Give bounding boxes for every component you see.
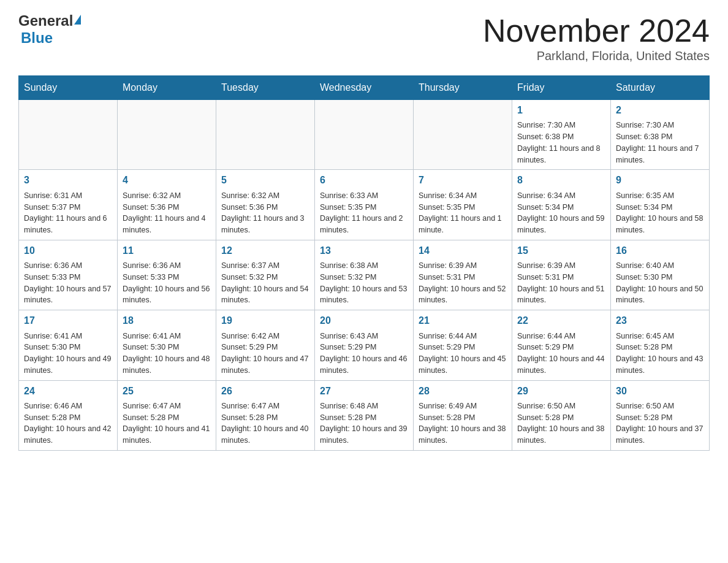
day-cell: 13Sunrise: 6:38 AM Sunset: 5:32 PM Dayli… (315, 240, 414, 310)
day-info: Sunrise: 6:36 AM Sunset: 5:33 PM Dayligh… (24, 260, 112, 306)
day-number: 18 (123, 314, 211, 327)
day-info: Sunrise: 6:43 AM Sunset: 5:29 PM Dayligh… (320, 331, 408, 377)
day-number: 10 (24, 244, 112, 258)
day-cell: 22Sunrise: 6:44 AM Sunset: 5:29 PM Dayli… (512, 310, 611, 380)
day-cell: 21Sunrise: 6:44 AM Sunset: 5:29 PM Dayli… (414, 310, 512, 380)
logo-triangle-icon (74, 15, 81, 25)
day-number: 6 (320, 174, 408, 187)
day-cell: 16Sunrise: 6:40 AM Sunset: 5:30 PM Dayli… (611, 240, 710, 310)
day-number: 2 (616, 104, 704, 117)
day-info: Sunrise: 6:44 AM Sunset: 5:29 PM Dayligh… (517, 331, 605, 377)
day-number: 27 (320, 385, 408, 398)
day-info: Sunrise: 6:39 AM Sunset: 5:31 PM Dayligh… (517, 260, 605, 306)
week-row-3: 10Sunrise: 6:36 AM Sunset: 5:33 PM Dayli… (19, 240, 710, 310)
day-number: 26 (221, 385, 309, 398)
day-cell: 3Sunrise: 6:31 AM Sunset: 5:37 PM Daylig… (19, 170, 118, 240)
week-row-5: 24Sunrise: 6:46 AM Sunset: 5:28 PM Dayli… (19, 380, 710, 450)
day-header-friday: Friday (512, 76, 611, 100)
day-cell (118, 100, 216, 170)
week-row-1: 1Sunrise: 7:30 AM Sunset: 6:38 PM Daylig… (19, 100, 710, 170)
day-number: 3 (24, 174, 112, 187)
logo-blue-text: Blue (21, 29, 53, 46)
day-cell: 24Sunrise: 6:46 AM Sunset: 5:28 PM Dayli… (19, 380, 118, 450)
day-info: Sunrise: 6:49 AM Sunset: 5:28 PM Dayligh… (419, 400, 507, 446)
day-number: 21 (419, 314, 507, 327)
day-cell (19, 100, 118, 170)
day-cell: 20Sunrise: 6:43 AM Sunset: 5:29 PM Dayli… (315, 310, 414, 380)
day-info: Sunrise: 6:48 AM Sunset: 5:28 PM Dayligh… (320, 400, 408, 446)
day-number: 1 (517, 104, 605, 117)
day-number: 8 (517, 174, 605, 187)
week-row-4: 17Sunrise: 6:41 AM Sunset: 5:30 PM Dayli… (19, 310, 710, 380)
day-cell: 1Sunrise: 7:30 AM Sunset: 6:38 PM Daylig… (512, 100, 611, 170)
day-info: Sunrise: 6:38 AM Sunset: 5:32 PM Dayligh… (320, 260, 408, 306)
calendar-table: SundayMondayTuesdayWednesdayThursdayFrid… (18, 75, 710, 451)
day-info: Sunrise: 6:45 AM Sunset: 5:28 PM Dayligh… (616, 331, 704, 377)
day-info: Sunrise: 6:33 AM Sunset: 5:35 PM Dayligh… (320, 190, 408, 236)
day-header-tuesday: Tuesday (216, 76, 315, 100)
day-number: 22 (517, 314, 605, 327)
location: Parkland, Florida, United States (483, 49, 710, 63)
day-info: Sunrise: 6:32 AM Sunset: 5:36 PM Dayligh… (221, 190, 309, 236)
day-number: 20 (320, 314, 408, 327)
day-header-monday: Monday (118, 76, 216, 100)
page-header: General Blue November 2024 Parkland, Flo… (18, 12, 710, 63)
day-info: Sunrise: 6:34 AM Sunset: 5:35 PM Dayligh… (419, 190, 507, 236)
day-cell: 12Sunrise: 6:37 AM Sunset: 5:32 PM Dayli… (216, 240, 315, 310)
day-cell: 10Sunrise: 6:36 AM Sunset: 5:33 PM Dayli… (19, 240, 118, 310)
day-info: Sunrise: 6:50 AM Sunset: 5:28 PM Dayligh… (616, 400, 704, 446)
day-info: Sunrise: 6:50 AM Sunset: 5:28 PM Dayligh… (517, 400, 605, 446)
day-cell: 4Sunrise: 6:32 AM Sunset: 5:36 PM Daylig… (118, 170, 216, 240)
day-number: 25 (123, 385, 211, 398)
day-cell: 27Sunrise: 6:48 AM Sunset: 5:28 PM Dayli… (315, 380, 414, 450)
day-cell: 2Sunrise: 7:30 AM Sunset: 6:38 PM Daylig… (611, 100, 710, 170)
day-cell (414, 100, 512, 170)
day-cell: 19Sunrise: 6:42 AM Sunset: 5:29 PM Dayli… (216, 310, 315, 380)
day-cell: 11Sunrise: 6:36 AM Sunset: 5:33 PM Dayli… (118, 240, 216, 310)
day-header-thursday: Thursday (414, 76, 512, 100)
day-header-saturday: Saturday (611, 76, 710, 100)
day-info: Sunrise: 6:39 AM Sunset: 5:31 PM Dayligh… (419, 260, 507, 306)
day-info: Sunrise: 6:37 AM Sunset: 5:32 PM Dayligh… (221, 260, 309, 306)
day-info: Sunrise: 6:44 AM Sunset: 5:29 PM Dayligh… (419, 331, 507, 377)
day-number: 23 (616, 314, 704, 327)
day-cell (315, 100, 414, 170)
day-number: 29 (517, 385, 605, 398)
day-cell: 7Sunrise: 6:34 AM Sunset: 5:35 PM Daylig… (414, 170, 512, 240)
day-number: 16 (616, 244, 704, 258)
logo: General Blue (18, 12, 81, 47)
day-info: Sunrise: 6:46 AM Sunset: 5:28 PM Dayligh… (24, 400, 112, 446)
day-info: Sunrise: 7:30 AM Sunset: 6:38 PM Dayligh… (616, 120, 704, 166)
day-cell: 17Sunrise: 6:41 AM Sunset: 5:30 PM Dayli… (19, 310, 118, 380)
day-info: Sunrise: 6:47 AM Sunset: 5:28 PM Dayligh… (123, 400, 211, 446)
day-cell: 26Sunrise: 6:47 AM Sunset: 5:28 PM Dayli… (216, 380, 315, 450)
day-info: Sunrise: 6:36 AM Sunset: 5:33 PM Dayligh… (123, 260, 211, 306)
month-title: November 2024 (483, 12, 710, 49)
day-number: 30 (616, 385, 704, 398)
day-number: 14 (419, 244, 507, 258)
title-block: November 2024 Parkland, Florida, United … (483, 12, 710, 63)
day-cell: 23Sunrise: 6:45 AM Sunset: 5:28 PM Dayli… (611, 310, 710, 380)
day-number: 28 (419, 385, 507, 398)
day-header-sunday: Sunday (19, 76, 118, 100)
day-number: 7 (419, 174, 507, 187)
day-info: Sunrise: 7:30 AM Sunset: 6:38 PM Dayligh… (517, 120, 605, 166)
day-info: Sunrise: 6:35 AM Sunset: 5:34 PM Dayligh… (616, 190, 704, 236)
day-number: 15 (517, 244, 605, 258)
day-cell: 14Sunrise: 6:39 AM Sunset: 5:31 PM Dayli… (414, 240, 512, 310)
day-info: Sunrise: 6:41 AM Sunset: 5:30 PM Dayligh… (123, 331, 211, 377)
day-info: Sunrise: 6:42 AM Sunset: 5:29 PM Dayligh… (221, 331, 309, 377)
day-number: 17 (24, 314, 112, 327)
day-cell: 6Sunrise: 6:33 AM Sunset: 5:35 PM Daylig… (315, 170, 414, 240)
logo-general-text: General (18, 12, 73, 29)
day-number: 13 (320, 244, 408, 258)
day-number: 4 (123, 174, 211, 187)
day-cell: 18Sunrise: 6:41 AM Sunset: 5:30 PM Dayli… (118, 310, 216, 380)
day-cell: 5Sunrise: 6:32 AM Sunset: 5:36 PM Daylig… (216, 170, 315, 240)
day-number: 19 (221, 314, 309, 327)
day-number: 24 (24, 385, 112, 398)
day-info: Sunrise: 6:41 AM Sunset: 5:30 PM Dayligh… (24, 331, 112, 377)
day-cell (216, 100, 315, 170)
day-info: Sunrise: 6:40 AM Sunset: 5:30 PM Dayligh… (616, 260, 704, 306)
day-number: 12 (221, 244, 309, 258)
